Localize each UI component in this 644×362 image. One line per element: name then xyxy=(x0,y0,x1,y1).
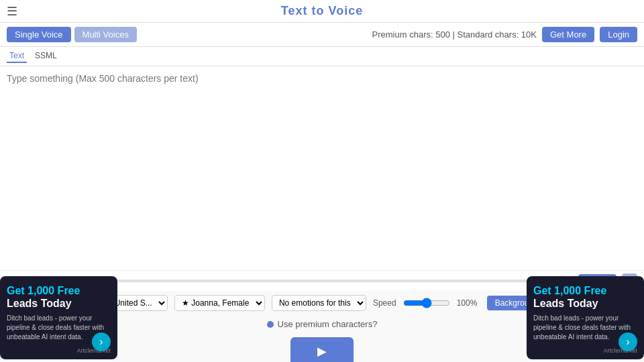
tab-single-voice[interactable]: Single Voice xyxy=(7,27,71,42)
page-title: Text to Voice xyxy=(281,4,363,18)
text-input[interactable] xyxy=(7,73,637,261)
progress-bar[interactable] xyxy=(52,280,541,282)
premium-question: Use premium characters? xyxy=(278,319,378,329)
premium-dot-icon xyxy=(267,321,274,328)
login-button[interactable]: Login xyxy=(600,27,637,42)
ad-title-left: Get 1,000 Free Leads Today xyxy=(7,284,111,310)
sub-tab-text[interactable]: Text xyxy=(7,50,27,63)
tabs-row: Single Voice Multi Voices Premium chars:… xyxy=(0,23,644,47)
emotion-select[interactable]: No emotions for this xyxy=(272,295,366,311)
sub-tabs-row: Text SSML xyxy=(0,47,644,66)
ad-banner-right: Get 1,000 Free Leads Today Ditch bad lea… xyxy=(527,276,644,359)
sub-tab-ssml[interactable]: SSML xyxy=(32,50,60,63)
generate-button[interactable]: ▶ xyxy=(290,337,354,362)
textarea-container xyxy=(0,66,644,270)
header: ☰ Text to Voice xyxy=(0,0,644,23)
hamburger-button[interactable]: ☰ xyxy=(7,4,17,19)
chars-stats: Premium chars: 500 | Standard chars: 10K xyxy=(372,29,537,40)
tab-multi-voices[interactable]: Multi Voices xyxy=(74,27,137,42)
speed-slider[interactable] xyxy=(403,298,450,308)
ad-title-right: Get 1,000 Free Leads Today xyxy=(533,284,637,310)
stats-area: Premium chars: 500 | Standard chars: 10K… xyxy=(372,27,637,42)
speed-label: Speed xyxy=(373,298,396,308)
ad-banner-left: Get 1,000 Free Leads Today Ditch bad lea… xyxy=(0,276,117,359)
get-more-button[interactable]: Get More xyxy=(542,27,594,42)
voice-mode-tabs: Single Voice Multi Voices xyxy=(7,27,137,42)
voice-select[interactable]: ★ Joanna, Female xyxy=(174,295,265,311)
speed-value: 100% xyxy=(457,298,480,308)
